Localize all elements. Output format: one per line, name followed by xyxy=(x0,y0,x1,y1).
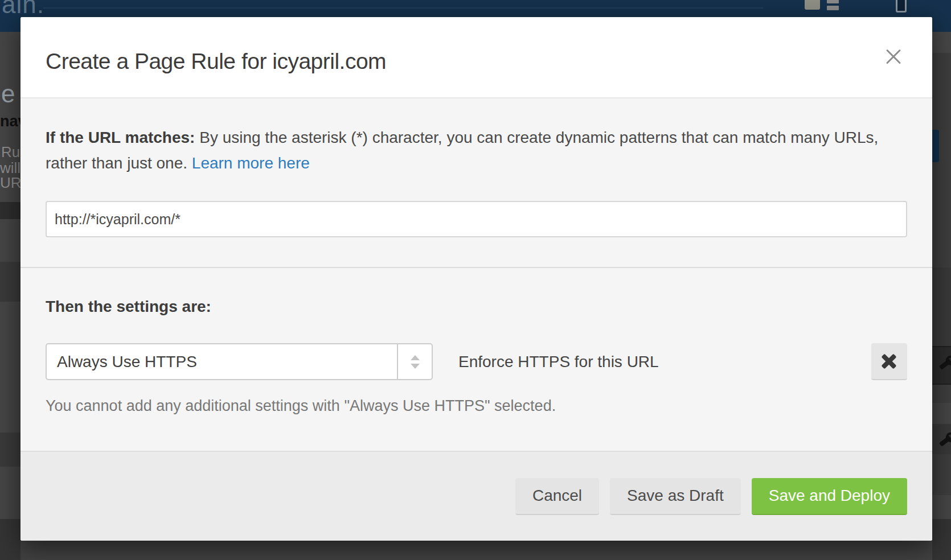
up-down-arrows-icon[interactable] xyxy=(397,344,432,379)
delete-setting-button[interactable] xyxy=(871,343,907,380)
url-match-description: If the URL matches: By using the asteris… xyxy=(46,125,907,176)
setting-row: Always Use HTTPS Enforce HTTPS for this … xyxy=(46,343,907,380)
background-row-band xyxy=(932,32,951,53)
background-wrench-button xyxy=(932,346,951,385)
screen: ain. e nav Ru will UR Create a Page Rule… xyxy=(0,0,951,560)
url-pattern-input[interactable] xyxy=(46,201,907,237)
setting-description: Enforce HTTPS for this URL xyxy=(458,353,659,371)
background-row-band xyxy=(932,495,951,519)
close-icon[interactable] xyxy=(882,46,905,68)
save-as-draft-button[interactable]: Save as Draft xyxy=(610,478,741,515)
create-page-rule-modal: Create a Page Rule for icyapril.com If t… xyxy=(21,17,932,541)
background-header-divider xyxy=(43,7,763,9)
cancel-button[interactable]: Cancel xyxy=(515,478,599,515)
url-match-label: If the URL matches: xyxy=(46,129,195,146)
up-arrow-icon xyxy=(411,355,420,360)
background-text-fragment: e xyxy=(1,80,15,108)
settings-note: You cannot add any additional settings w… xyxy=(46,397,907,415)
background-row-band xyxy=(932,403,951,424)
background-row-band xyxy=(932,519,951,560)
page-icon xyxy=(896,0,907,13)
url-match-section: If the URL matches: By using the asteris… xyxy=(21,98,932,268)
wrench-icon xyxy=(939,435,951,447)
list-lines-icon xyxy=(827,0,839,3)
list-box-icon xyxy=(805,0,820,10)
learn-more-link[interactable]: Learn more here xyxy=(192,154,310,172)
setting-select[interactable]: Always Use HTTPS xyxy=(46,343,433,380)
background-wrench-button xyxy=(932,424,951,454)
list-lines-icon xyxy=(827,6,839,10)
background-row-band xyxy=(932,267,951,346)
setting-select-value: Always Use HTTPS xyxy=(47,344,397,379)
background-left-strip: e nav Ru will UR xyxy=(0,32,21,560)
modal-header: Create a Page Rule for icyapril.com xyxy=(21,17,932,98)
background-text-fragment: UR xyxy=(0,174,22,192)
wrench-icon xyxy=(939,359,951,370)
background-row-band xyxy=(0,519,21,560)
settings-section: Then the settings are: Always Use HTTPS … xyxy=(21,268,932,451)
down-arrow-icon xyxy=(411,364,420,369)
background-table-band xyxy=(0,202,21,219)
modal-title: Create a Page Rule for icyapril.com xyxy=(46,49,386,74)
background-right-strip xyxy=(932,32,951,560)
background-row-band xyxy=(0,433,21,467)
save-and-deploy-button[interactable]: Save and Deploy xyxy=(752,478,907,515)
settings-heading: Then the settings are: xyxy=(46,298,907,316)
modal-footer: Cancel Save as Draft Save and Deploy xyxy=(21,451,932,541)
background-heading-fragment: ain. xyxy=(2,0,44,19)
background-blue-button-fragment xyxy=(932,130,939,162)
background-text-fragment: Ru xyxy=(1,143,20,161)
background-row-band xyxy=(0,262,21,302)
